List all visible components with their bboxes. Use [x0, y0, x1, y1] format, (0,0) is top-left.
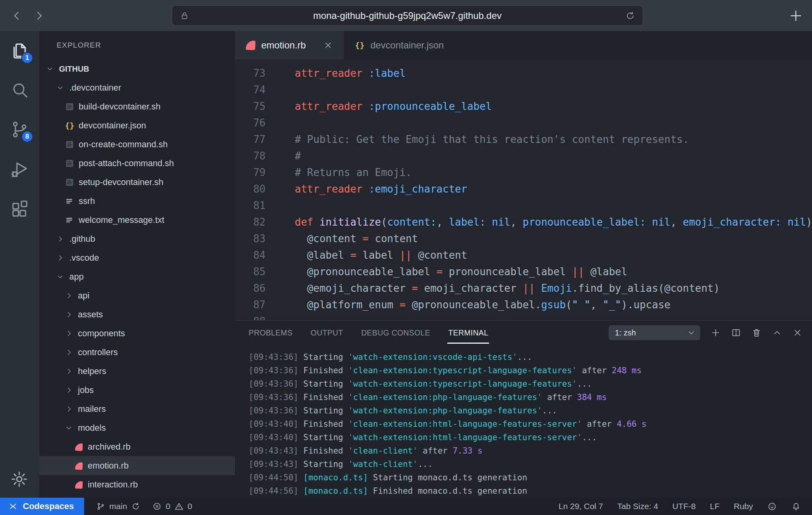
tree-item-label: GITHUB [59, 65, 89, 74]
tree-item-ssrh[interactable]: ssrh [39, 192, 235, 211]
status-cursor-position[interactable]: Ln 29, Col 7 [559, 502, 603, 511]
tab-devcontainer.json[interactable]: {}devcontainer.json [344, 31, 455, 59]
code-line-81: 81 [235, 197, 812, 214]
code-line-80: 80 attr_reader :emoji_character [235, 181, 812, 197]
status-encoding[interactable]: UTF-8 [672, 502, 696, 511]
tree-item-jobs[interactable]: jobs [39, 381, 235, 400]
badge-count: 8 [21, 131, 33, 143]
tree-item-models[interactable]: models [39, 419, 235, 437]
code-line-77: 77 # Public: Get the Emoji that this rea… [235, 131, 812, 148]
error-count: 0 [166, 502, 170, 511]
tree-item-.github[interactable]: .github [39, 230, 235, 248]
tree-item-label: components [78, 328, 125, 339]
tree-item-setup-devcontainer.sh[interactable]: setup-devcontainer.sh [39, 173, 235, 192]
shell-file-icon [65, 102, 74, 111]
line-number: 73 [235, 65, 266, 82]
chevron-down-icon [687, 328, 696, 337]
tree-item-GITHUB[interactable]: GITHUB [39, 59, 235, 78]
status-smiley[interactable] [767, 502, 777, 511]
tree-item-label: build-devcontainer.sh [79, 102, 161, 112]
tree-item-helpers[interactable]: helpers [39, 362, 235, 381]
line-number: 76 [235, 115, 266, 131]
chevron-down-icon [46, 65, 54, 73]
activity-explorer[interactable]: 1 [10, 41, 29, 60]
code-line-84: 84 @label = label || @content [235, 247, 812, 263]
line-number: 83 [235, 230, 266, 247]
tree-item-label: api [78, 291, 89, 301]
lock-icon [179, 11, 190, 21]
close-icon[interactable] [323, 41, 333, 50]
panel-tab-terminal[interactable]: TERMINAL [448, 326, 488, 340]
explorer-sidebar: EXPLORER GITHUB.devcontainerbuild-devcon… [39, 31, 235, 498]
panel-tab-output[interactable]: OUTPUT [311, 326, 343, 340]
trash-icon[interactable] [751, 328, 762, 338]
terminal-line: [09:44:56] [monaco.d.ts] Finished monaco… [249, 484, 812, 498]
branch-indicator[interactable]: main [96, 502, 141, 511]
tree-item-.vscode[interactable]: .vscode [39, 248, 235, 267]
status-bar: Codespaces main 0 0 Ln 29, Col 7Tab Size… [0, 498, 812, 515]
panel-tab-debug-console[interactable]: DEBUG CONSOLE [361, 326, 430, 340]
tree-item-devcontainer.json[interactable]: {}devcontainer.json [39, 116, 235, 135]
activity-source-control[interactable]: 8 [10, 120, 29, 139]
activity-settings[interactable] [10, 470, 29, 489]
warning-count: 0 [188, 502, 192, 511]
tree-item-controllers[interactable]: controllers [39, 343, 235, 362]
browser-back-button[interactable] [10, 9, 24, 22]
terminal-picker[interactable]: 1: zsh [609, 325, 700, 340]
tree-item-emotion.rb[interactable]: emotion.rb [39, 456, 235, 475]
split-icon[interactable] [731, 328, 741, 338]
tree-item-welcome_message.txt[interactable]: welcome_message.txt [39, 211, 235, 230]
tree-item-components[interactable]: components [39, 324, 235, 343]
code-line-74: 74 [235, 82, 812, 98]
tree-item-app[interactable]: app [39, 267, 235, 286]
new-tab-button[interactable] [788, 8, 803, 23]
tree-item-on-create-command.sh[interactable]: on-create-command.sh [39, 135, 235, 154]
panel-tab-problems[interactable]: PROBLEMS [249, 326, 293, 340]
sync-icon[interactable] [131, 502, 140, 511]
plus-icon[interactable] [710, 328, 721, 338]
tree-item-label: .devcontainer [69, 83, 121, 93]
status-language-mode[interactable]: Ruby [734, 502, 753, 511]
editor-area: emotion.rb{}devcontainer.json 73 attr_re… [235, 31, 812, 498]
tree-item-interaction.rb[interactable]: interaction.rb [39, 475, 235, 494]
tree-item-api[interactable]: api [39, 286, 235, 305]
chevron-right-icon [33, 10, 45, 22]
tree-item-mailers[interactable]: mailers [39, 400, 235, 419]
codespaces-button[interactable]: Codespaces [0, 498, 84, 515]
ruby-icon [74, 442, 83, 452]
line-number: 81 [235, 197, 266, 214]
status-eol[interactable]: LF [710, 502, 720, 511]
chevron-up-icon[interactable] [772, 328, 782, 338]
terminal-line: [09:43:40] Starting 'watch-extension:htm… [249, 431, 812, 444]
line-number: 75 [235, 98, 266, 115]
refresh-icon[interactable] [625, 11, 635, 21]
status-bell[interactable] [791, 502, 801, 511]
activity-run-and-debug[interactable] [10, 159, 29, 178]
url-text: mona-github-github-g59jpq2w5w7.github.de… [172, 10, 642, 21]
address-bar[interactable]: mona-github-github-g59jpq2w5w7.github.de… [172, 6, 643, 26]
tree-item-label: app [69, 272, 84, 282]
tree-item-post-attach-command.sh[interactable]: post-attach-command.sh [39, 154, 235, 173]
line-number: 80 [235, 181, 266, 197]
chevron-right-icon [65, 292, 73, 300]
close-icon[interactable] [792, 328, 803, 338]
tree-item-build-devcontainer.sh[interactable]: build-devcontainer.sh [39, 97, 235, 116]
activity-search[interactable] [10, 81, 29, 100]
code-editor[interactable]: 73 attr_reader :label7475 attr_reader :p… [235, 59, 812, 320]
tree-item-label: interaction.rb [88, 480, 138, 490]
tab-emotion.rb[interactable]: emotion.rb [235, 31, 344, 59]
terminal-output[interactable]: [09:43:36] Starting 'watch-extension:vsc… [235, 345, 812, 498]
line-number: 82 [235, 214, 266, 230]
status-indentation[interactable]: Tab Size: 4 [617, 502, 658, 511]
tree-item-archived.rb[interactable]: archived.rb [39, 437, 235, 456]
smiley-icon [767, 502, 777, 511]
tree-item-label: setup-devcontainer.sh [79, 177, 163, 187]
activity-extensions[interactable] [10, 199, 29, 218]
tree-item-assets[interactable]: assets [39, 305, 235, 324]
chevron-right-icon [65, 348, 73, 356]
tree-item-.devcontainer[interactable]: .devcontainer [39, 78, 235, 97]
code-line-76: 76 [235, 115, 812, 131]
problems-indicator[interactable]: 0 0 [152, 502, 192, 511]
browser-forward-button[interactable] [32, 9, 46, 22]
warning-icon [174, 502, 184, 511]
